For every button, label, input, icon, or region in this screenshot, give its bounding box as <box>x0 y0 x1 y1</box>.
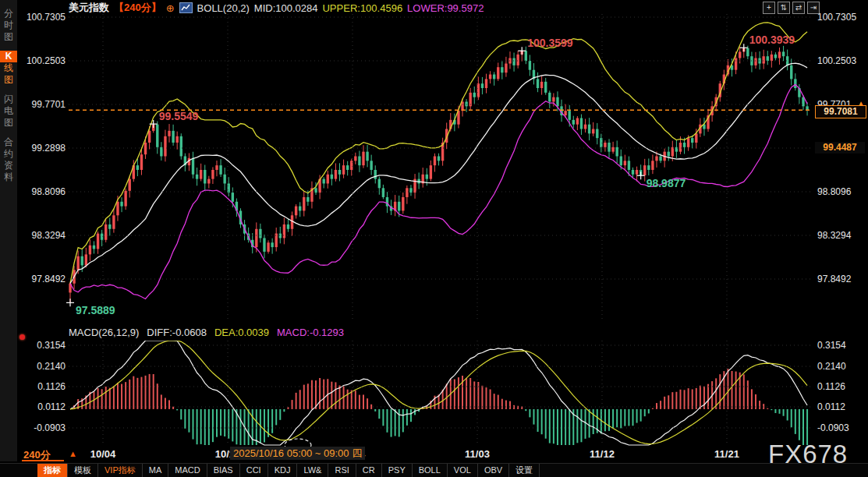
boll-indicator-label: BOLL(20,2) <box>197 2 250 14</box>
boll-upper-value: UPPER:100.4596 <box>322 2 402 14</box>
period-up-arrow-icon[interactable]: ▲ <box>69 449 77 458</box>
macd-axis-label-right: 0.3154 <box>817 340 866 351</box>
indicator-toolbar: 指标模板VIP指标MAMACDBIASCCIKDJLW&RSICRPSYBOLL… <box>0 463 868 477</box>
trading-app-window: 97.588999.5549100.359998.9877100.3939 分时… <box>0 0 868 477</box>
tab-char: 料 <box>0 171 17 183</box>
toolbar-button-CCI[interactable]: CCI <box>240 464 268 477</box>
period-underline <box>22 460 64 461</box>
chart-tool-icons: +⇅⇄⇥ <box>763 2 820 14</box>
alert-dot <box>19 334 25 340</box>
toolbar-button-MA[interactable]: MA <box>143 464 169 477</box>
chart-type-icon[interactable] <box>179 2 193 13</box>
price-axis-label-right: 98.8096 <box>817 186 866 197</box>
date-axis-label: 11/21 <box>703 448 750 460</box>
pan-icon[interactable]: + <box>763 2 775 14</box>
secondary-price-label: 99.4487 <box>815 142 865 154</box>
macd-axis-label-right: 0.1126 <box>817 381 866 392</box>
price-axis-label-left: 98.3294 <box>19 230 66 241</box>
toolbar-button-设置[interactable]: 设置 <box>509 464 540 477</box>
macd-axis-label-right: 0.2140 <box>817 361 866 372</box>
date-axis-label: 10/04 <box>80 448 126 460</box>
tab-char: 线 <box>0 62 17 74</box>
macd-dea-value: DEA:0.0039 <box>214 327 269 338</box>
boll-lower-value: LOWER:99.5972 <box>407 2 484 14</box>
period-label[interactable]: 【240分】 <box>114 1 161 15</box>
tab-char: 分 <box>0 8 17 19</box>
macd-title: MACD(26,12,9) <box>69 327 139 338</box>
toolbar-button-CR[interactable]: CR <box>356 464 382 477</box>
tab-char: 图 <box>0 117 17 129</box>
price-axis-label-right: 98.3294 <box>817 230 866 241</box>
symbol-name: 美元指数 <box>69 1 109 15</box>
candlestick-macd-chart[interactable]: 97.588999.5549100.359998.9877100.3939 <box>0 0 868 477</box>
sidebar-tab-合约资料[interactable]: 合约资料 <box>0 136 17 183</box>
toolbar-button-OBV[interactable]: OBV <box>478 464 509 477</box>
price-axis-label-left: 97.8492 <box>19 274 66 284</box>
price-axis-label-right: 100.2503 <box>817 55 866 66</box>
price-axis-label-left: 99.7701 <box>19 99 66 110</box>
sidebar-tab-分时图[interactable]: 分时图 <box>0 8 17 43</box>
price-axis-label-left: 100.2503 <box>19 55 66 66</box>
toolbar-button-RSI[interactable]: RSI <box>328 464 356 477</box>
price-axis-label-left: 100.7305 <box>19 12 66 23</box>
tab-char: 合 <box>0 136 17 148</box>
left-sidebar: 分时图K线图闪电图合约资料 <box>0 0 18 461</box>
high-price-annotation: 100.3939 <box>749 34 795 46</box>
toolbar-button-BIAS[interactable]: BIAS <box>207 464 240 477</box>
y-zoom-icon[interactable]: ⇅ <box>778 2 790 14</box>
toolbar-button-KDJ[interactable]: KDJ <box>268 464 298 477</box>
toolbar-button-PSY[interactable]: PSY <box>382 464 413 477</box>
boll-mid-value: MID:100.0284 <box>254 2 318 14</box>
toolbar-spacer <box>0 464 37 477</box>
tab-char: 时 <box>0 19 17 31</box>
toolbar-button-VIP指标[interactable]: VIP指标 <box>98 464 143 477</box>
macd-axis-label-left: -0.0903 <box>19 422 66 433</box>
bar-time-tooltip: 2025/10/16 05:00 ~ 09:00 四 <box>230 447 365 460</box>
toolbar-button-指标[interactable]: 指标 <box>37 464 68 477</box>
tab-char: 图 <box>0 31 17 43</box>
macd-header: MACD(26,12,9) DIFF:-0.0608 DEA:0.0039 MA… <box>69 327 344 338</box>
tab-char: 图 <box>0 74 17 86</box>
macd-axis-label-left: 0.3154 <box>19 340 66 351</box>
price-axis-label-right: 97.8492 <box>817 274 866 284</box>
macd-axis-label-right: -0.0903 <box>817 422 866 433</box>
toolbar-button-LW&[interactable]: LW& <box>297 464 328 477</box>
toolbar-button-模板[interactable]: 模板 <box>68 464 98 477</box>
low-price-annotation: 97.5889 <box>76 304 115 316</box>
chart-header: 美元指数 【240分】 ⊕ BOLL(20,2) MID:100.0284 UP… <box>69 2 484 14</box>
macd-axis-label-left: 0.0112 <box>19 401 66 412</box>
macd-axis-label-left: 0.1126 <box>19 381 66 392</box>
macd-hist-value: MACD:-0.1293 <box>277 327 344 338</box>
watermark: FX678 <box>768 440 848 469</box>
tab-char: 约 <box>0 148 17 160</box>
tab-char: 电 <box>0 105 17 117</box>
sidebar-tab-K线图[interactable]: K线图 <box>0 51 17 86</box>
sidebar-tab-闪电图[interactable]: 闪电图 <box>0 94 17 129</box>
tab-char: K <box>0 51 17 62</box>
high-price-annotation: 100.3599 <box>527 37 573 49</box>
toolbar-button-VOL[interactable]: VOL <box>448 464 478 477</box>
toolbar-button-MACD[interactable]: MACD <box>168 464 207 477</box>
toolbar-button-BOLL[interactable]: BOLL <box>413 464 448 477</box>
tab-char: 资 <box>0 160 17 171</box>
add-indicator-icon[interactable]: ⊕ <box>166 2 175 14</box>
macd-diff-value: DIFF:-0.0608 <box>147 327 207 338</box>
price-axis-label-left: 99.2898 <box>19 143 66 154</box>
tab-char: 闪 <box>0 94 17 105</box>
high-price-annotation: 99.5549 <box>159 110 199 122</box>
low-price-annotation: 98.9877 <box>647 177 686 189</box>
price-axis-label-right: 100.7305 <box>817 12 866 23</box>
price-axis-label-left: 98.8096 <box>19 186 66 197</box>
current-price-box: 99.7081 <box>815 105 866 118</box>
macd-axis-label-left: 0.2140 <box>19 361 66 372</box>
date-axis-label: 11/12 <box>579 448 625 460</box>
date-axis-label: 11/03 <box>454 448 501 460</box>
x-zoom-icon[interactable]: ⇄ <box>792 2 805 14</box>
macd-axis-label-right: 0.0112 <box>817 401 866 412</box>
